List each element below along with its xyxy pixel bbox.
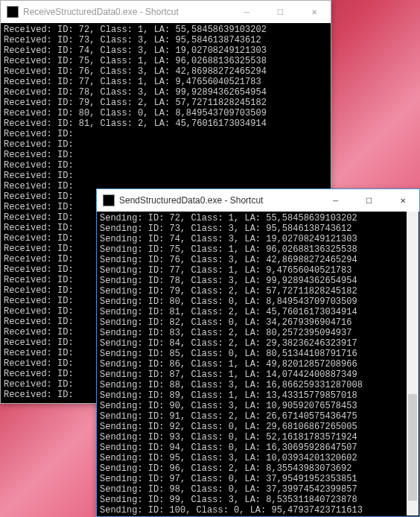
send-window: SendStructuredData0.exe - Shortcut ─ ☐ ✕… (96, 188, 420, 517)
app-icon (103, 194, 115, 206)
app-icon (7, 6, 19, 18)
console-output: Sending: ID: 72, Class: 1, LA: 55,584586… (97, 212, 419, 516)
window-title: ReceiveStructuredData0.exe - Shortcut (23, 7, 230, 17)
titlebar[interactable]: SendStructuredData0.exe - Shortcut ─ ☐ ✕ (97, 189, 419, 212)
maximize-button[interactable]: ☐ (264, 1, 297, 23)
minimize-button[interactable]: ─ (230, 1, 264, 23)
scrollbar[interactable] (407, 212, 419, 516)
titlebar[interactable]: ReceiveStructuredData0.exe - Shortcut ─ … (1, 1, 331, 23)
close-button[interactable]: ✕ (386, 190, 419, 212)
close-button[interactable]: ✕ (297, 1, 331, 23)
scrollbar-thumb[interactable] (408, 394, 417, 501)
maximize-button[interactable]: ☐ (352, 190, 386, 212)
minimize-button[interactable]: ─ (319, 190, 352, 212)
window-title: SendStructuredData0.exe - Shortcut (119, 195, 319, 206)
